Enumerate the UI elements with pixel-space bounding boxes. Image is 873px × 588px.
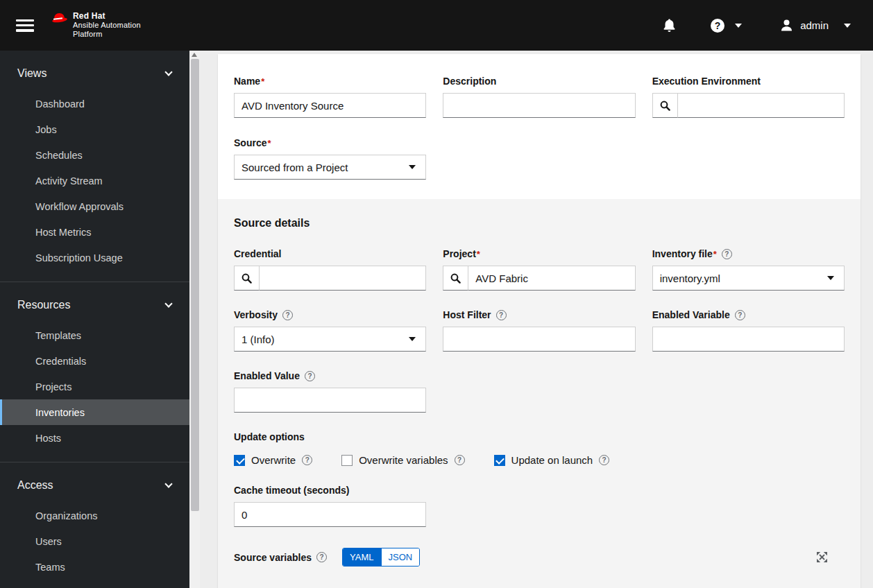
project-search-button[interactable] (443, 266, 468, 291)
form-top-section: Name Description Execution Environment (218, 54, 861, 199)
search-icon (450, 273, 461, 284)
cache-timeout-label: Cache timeout (seconds) (234, 485, 349, 496)
project-input[interactable] (468, 266, 635, 291)
credential-label: Credential (234, 248, 281, 259)
nav-group-views-header[interactable]: Views (0, 63, 189, 84)
source-variables-label: Source variables (234, 552, 312, 563)
sidebar-item-credentials[interactable]: Credentials (0, 348, 189, 374)
json-toggle-button[interactable]: JSON (381, 548, 420, 566)
overwrite-variables-checkbox-group[interactable]: Overwrite variables (341, 454, 464, 466)
brand-name: Red Hat (73, 12, 141, 21)
sidebar-item-host-metrics[interactable]: Host Metrics (0, 219, 189, 245)
update-on-launch-help-icon[interactable] (599, 455, 609, 465)
search-icon (660, 101, 670, 111)
update-options-field: Update options Overwrite Overwrite varia… (234, 431, 845, 466)
masthead: Red Hat Ansible Automation Platform ? ad… (0, 0, 873, 51)
host-filter-input[interactable] (443, 327, 635, 352)
enabled-variable-help-icon[interactable] (735, 310, 745, 320)
sidebar-item-users[interactable]: Users (0, 528, 189, 554)
notifications-bell-icon[interactable] (663, 19, 676, 33)
sidebar-nav: Views Dashboard Jobs Schedules Activity … (0, 51, 189, 588)
sidebar-item-activity-stream[interactable]: Activity Stream (0, 168, 189, 193)
enabled-value-field: Enabled Value (234, 370, 426, 413)
scrollbar-up-arrow-icon[interactable] (192, 53, 197, 57)
nav-toggle-icon[interactable] (16, 19, 34, 32)
user-icon (780, 19, 793, 32)
verbosity-select-value: 1 (Info) (241, 334, 275, 345)
inventory-file-help-icon[interactable] (722, 249, 732, 259)
source-details-title: Source details (234, 217, 845, 230)
host-filter-help-icon[interactable] (496, 310, 507, 320)
nav-group-views: Views Dashboard Jobs Schedules Activity … (0, 51, 189, 282)
caret-down-icon (409, 337, 416, 341)
project-field: Project (443, 248, 635, 291)
source-field: Source Sourced from a Project (234, 137, 426, 180)
sidebar-item-subscription-usage[interactable]: Subscription Usage (0, 245, 189, 270)
sidebar-item-jobs[interactable]: Jobs (0, 116, 189, 142)
source-variables-format-toggle: YAML JSON (342, 548, 420, 567)
execution-environment-search-button[interactable] (652, 93, 678, 118)
source-select[interactable]: Sourced from a Project (234, 155, 426, 180)
execution-environment-field: Execution Environment (652, 76, 845, 118)
caret-down-icon (827, 276, 834, 280)
overwrite-variables-checkbox[interactable] (341, 455, 353, 466)
nav-group-resources-header[interactable]: Resources (0, 295, 189, 315)
chevron-down-icon (164, 480, 172, 487)
sidebar-item-teams[interactable]: Teams (0, 554, 189, 580)
verbosity-help-icon[interactable] (282, 310, 293, 320)
inventory-file-field: Inventory file inventory.yml (652, 248, 845, 291)
chevron-down-icon (164, 300, 172, 307)
sidebar-scrollbar[interactable] (189, 51, 200, 588)
nav-group-resources: Resources Templates Credentials Projects… (0, 282, 189, 462)
source-label: Source (234, 137, 271, 148)
update-on-launch-checkbox-group[interactable]: Update on launch (494, 454, 610, 466)
description-field: Description (443, 76, 635, 118)
sidebar-item-schedules[interactable]: Schedules (0, 142, 189, 168)
host-filter-field: Host Filter (443, 309, 635, 352)
description-label: Description (443, 76, 496, 87)
sidebar-item-inventories[interactable]: Inventories (0, 399, 189, 425)
username-label: admin (800, 19, 829, 31)
credential-search-button[interactable] (234, 266, 260, 291)
overwrite-help-icon[interactable] (302, 455, 312, 465)
verbosity-field: Verbosity 1 (Info) (234, 309, 426, 352)
inventory-file-label: Inventory file (652, 248, 717, 259)
name-input[interactable] (234, 93, 426, 118)
sidebar-item-workflow-approvals[interactable]: Workflow Approvals (0, 193, 189, 219)
update-on-launch-checkbox-label: Update on launch (511, 454, 593, 466)
update-options-label: Update options (234, 431, 305, 442)
source-select-value: Sourced from a Project (241, 162, 348, 173)
cache-timeout-input[interactable] (234, 502, 426, 527)
sidebar-item-hosts[interactable]: Hosts (0, 425, 189, 451)
overwrite-checkbox[interactable] (234, 455, 245, 466)
sidebar-item-dashboard[interactable]: Dashboard (0, 91, 189, 116)
source-variables-field: Source variables YAML JSON (234, 548, 845, 567)
help-menu[interactable]: ? (711, 19, 742, 33)
nav-group-access-header[interactable]: Access (0, 475, 189, 496)
enabled-value-help-icon[interactable] (305, 371, 315, 381)
credential-input[interactable] (260, 266, 426, 291)
sidebar-item-organizations[interactable]: Organizations (0, 503, 189, 528)
expand-editor-button[interactable] (817, 552, 827, 562)
sidebar-item-projects[interactable]: Projects (0, 374, 189, 399)
user-menu[interactable]: admin (780, 19, 851, 32)
overwrite-checkbox-group[interactable]: Overwrite (234, 454, 312, 466)
scrollbar-thumb[interactable] (191, 59, 199, 511)
name-label: Name (234, 76, 264, 87)
inventory-file-select[interactable]: inventory.yml (652, 266, 845, 291)
brand-product-line2: Platform (73, 30, 141, 39)
credential-field: Credential (234, 248, 426, 291)
yaml-toggle-button[interactable]: YAML (343, 548, 380, 566)
enabled-value-label: Enabled Value (234, 370, 300, 381)
overwrite-variables-help-icon[interactable] (455, 455, 465, 465)
enabled-variable-field: Enabled Variable (652, 309, 845, 352)
enabled-variable-input[interactable] (652, 327, 845, 352)
description-input[interactable] (443, 93, 635, 118)
enabled-value-input[interactable] (234, 388, 426, 413)
verbosity-select[interactable]: 1 (Info) (234, 327, 426, 352)
source-variables-help-icon[interactable] (316, 552, 327, 562)
execution-environment-input[interactable] (678, 93, 845, 118)
brand-text: Red Hat Ansible Automation Platform (73, 12, 141, 39)
update-on-launch-checkbox[interactable] (494, 455, 505, 466)
sidebar-item-templates[interactable]: Templates (0, 322, 189, 348)
